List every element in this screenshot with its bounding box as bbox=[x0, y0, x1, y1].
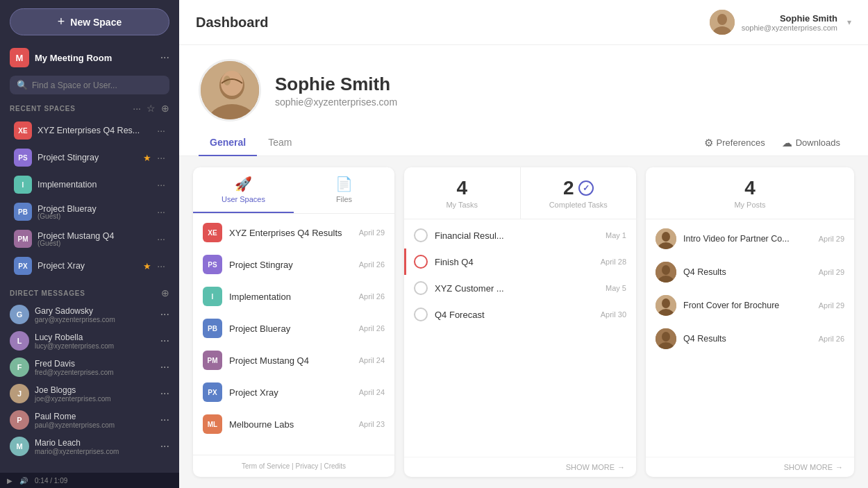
post-date-2: April 29 bbox=[819, 301, 844, 310]
spaces-list-item-3[interactable]: PB Project Blueray April 26 bbox=[193, 312, 394, 344]
sl-avatar-3: PB bbox=[203, 319, 222, 338]
dm-item-2[interactable]: F Fred Davis fred@xyzenterprises.com ··· bbox=[0, 354, 179, 380]
meeting-room-item[interactable]: M My Meeting Room ··· bbox=[0, 44, 179, 71]
space-name-xe: XYZ Enterprises Q4 Res... bbox=[37, 126, 151, 135]
dm-menu-0[interactable]: ··· bbox=[160, 308, 169, 321]
user-header-name: Sophie Smith bbox=[742, 13, 837, 24]
posts-show-more[interactable]: SHOW MORE → bbox=[646, 457, 854, 477]
post-item-2[interactable]: Front Cover for Brochure April 29 bbox=[646, 289, 854, 322]
volume-button[interactable]: 🔊 bbox=[19, 477, 28, 485]
space-menu-px[interactable]: ··· bbox=[157, 260, 165, 271]
post-info-3: Q4 Results bbox=[683, 334, 812, 344]
section-add-button[interactable]: ⊕ bbox=[161, 103, 169, 114]
user-header-text: Sophie Smith sophie@xyzenterprises.com bbox=[742, 13, 837, 32]
task-item-1[interactable]: Finish Q4 April 28 bbox=[404, 249, 636, 275]
completed-tasks-stat: 2 ✓ Completed Tasks bbox=[521, 167, 637, 219]
tab-user-spaces[interactable]: 🚀 User Spaces bbox=[193, 167, 294, 213]
sl-date-3: April 26 bbox=[359, 324, 385, 333]
task-name-0: Financial Resul... bbox=[435, 230, 599, 241]
dm-add-button[interactable]: ⊕ bbox=[161, 287, 169, 298]
downloads-label: Downloads bbox=[796, 137, 840, 148]
dm-email-1: lucy@xyzenterprises.com bbox=[35, 342, 155, 350]
spaces-list-item-0[interactable]: XE XYZ Enterprises Q4 Results April 29 bbox=[193, 217, 394, 249]
dm-menu-1[interactable]: ··· bbox=[160, 335, 169, 347]
my-posts-label: My Posts bbox=[657, 201, 843, 209]
dm-email-3: joe@xyzenterprises.com bbox=[35, 395, 155, 403]
footer-links: Term of Service | Privacy | Credits bbox=[193, 455, 394, 477]
new-space-button[interactable]: + New Space bbox=[10, 8, 169, 35]
dm-item-0[interactable]: G Gary Sadowsky gary@xyzenterprises.com … bbox=[0, 301, 179, 328]
spaces-list-item-5[interactable]: PX Project Xray April 24 bbox=[193, 376, 394, 408]
user-header-info[interactable]: Sophie Smith sophie@xyzenterprises.com ▾ bbox=[710, 10, 851, 35]
dm-avatar-2: F bbox=[10, 357, 29, 377]
sl-date-6: April 23 bbox=[359, 420, 385, 428]
post-item-1[interactable]: Q4 Results April 29 bbox=[646, 255, 854, 289]
download-icon: ☁ bbox=[782, 137, 792, 149]
section-more-button[interactable]: ··· bbox=[133, 103, 141, 114]
tasks-panel-header: 4 My Tasks 2 ✓ Completed Tasks bbox=[404, 167, 636, 219]
space-menu-xe[interactable]: ··· bbox=[157, 125, 165, 136]
sl-name-5: Project Xray bbox=[229, 387, 352, 398]
tab-team[interactable]: Team bbox=[257, 130, 303, 156]
sidebar-item-pb[interactable]: PB Project Blueray (Guest) ··· bbox=[4, 199, 175, 225]
sl-avatar-1: PS bbox=[203, 255, 222, 274]
sl-date-4: April 24 bbox=[359, 356, 385, 364]
dm-name-3: Joe Bloggs bbox=[35, 385, 155, 395]
task-item-2[interactable]: XYZ Customer ... May 5 bbox=[404, 275, 636, 301]
spaces-list-item-6[interactable]: ML Melbourne Labs April 23 bbox=[193, 408, 394, 440]
sidebar-item-ps[interactable]: PS Project Stingray ★ ··· bbox=[4, 144, 175, 171]
dm-avatar-4: P bbox=[10, 410, 29, 430]
search-input[interactable] bbox=[32, 81, 162, 90]
dm-menu-2[interactable]: ··· bbox=[160, 361, 169, 373]
tab-files[interactable]: 📄 Files bbox=[294, 167, 394, 213]
section-star-button[interactable]: ☆ bbox=[147, 103, 156, 114]
tab-general[interactable]: General bbox=[199, 130, 257, 156]
dm-menu-5[interactable]: ··· bbox=[160, 440, 169, 453]
space-menu-pb[interactable]: ··· bbox=[157, 206, 165, 217]
profile-email: sophie@xyzenterprises.com bbox=[275, 96, 397, 108]
files-tab-label: Files bbox=[336, 195, 352, 203]
sidebar-item-i[interactable]: I Implementation ··· bbox=[4, 171, 175, 198]
sidebar-dm-list: G Gary Sadowsky gary@xyzenterprises.com … bbox=[0, 301, 179, 460]
spaces-list-item-1[interactable]: PS Project Stingray April 26 bbox=[193, 249, 394, 280]
tasks-show-more[interactable]: SHOW MORE → bbox=[404, 457, 636, 477]
dm-menu-3[interactable]: ··· bbox=[160, 387, 169, 400]
post-avatar-3 bbox=[656, 328, 676, 349]
play-button[interactable]: ▶ bbox=[7, 477, 12, 485]
dm-item-4[interactable]: P Paul Rome paul@xyzenterprises.com ··· bbox=[0, 407, 179, 433]
spaces-list-item-4[interactable]: PM Project Mustang Q4 April 24 bbox=[193, 344, 394, 376]
space-menu-ps[interactable]: ··· bbox=[157, 152, 165, 163]
posts-panel-header: 4 My Posts bbox=[646, 167, 854, 219]
space-menu-i[interactable]: ··· bbox=[157, 179, 165, 190]
dm-menu-4[interactable]: ··· bbox=[160, 414, 169, 426]
task-item-0[interactable]: Financial Resul... May 1 bbox=[404, 222, 636, 249]
sl-avatar-6: ML bbox=[203, 414, 222, 434]
dm-name-4: Paul Rome bbox=[35, 412, 155, 421]
sidebar: + New Space M My Meeting Room ··· 🔍 RECE… bbox=[0, 0, 179, 488]
page-title: Dashboard bbox=[196, 15, 710, 31]
sl-name-4: Project Mustang Q4 bbox=[229, 355, 352, 366]
tasks-panel: 4 My Tasks 2 ✓ Completed Tasks Financial… bbox=[404, 167, 636, 477]
sidebar-item-px[interactable]: PX Project Xray ★ ··· bbox=[4, 253, 175, 279]
dm-item-3[interactable]: J Joe Bloggs joe@xyzenterprises.com ··· bbox=[0, 380, 179, 407]
post-item-3[interactable]: Q4 Results April 26 bbox=[646, 322, 854, 355]
dm-item-1[interactable]: L Lucy Robella lucy@xyzenterprises.com ·… bbox=[0, 328, 179, 354]
space-menu-pm[interactable]: ··· bbox=[157, 233, 165, 244]
spaces-list-item-2[interactable]: I Implementation April 26 bbox=[193, 280, 394, 312]
post-avatar-2 bbox=[656, 295, 676, 316]
post-info-1: Q4 Results bbox=[683, 267, 812, 277]
dm-item-5[interactable]: M Mario Leach mario@xyzenterprises.com ·… bbox=[0, 433, 179, 460]
space-avatar-ps: PS bbox=[14, 149, 32, 167]
dm-avatar-5: M bbox=[10, 437, 29, 456]
post-avatar-1 bbox=[656, 262, 676, 283]
post-item-0[interactable]: Intro Video for Partner Co... April 29 bbox=[646, 222, 854, 255]
sidebar-item-pm[interactable]: PM Project Mustang Q4 (Guest) ··· bbox=[4, 226, 175, 252]
downloads-button[interactable]: ☁ Downloads bbox=[774, 137, 849, 149]
sidebar-item-xe[interactable]: XE XYZ Enterprises Q4 Res... ··· bbox=[4, 117, 175, 144]
sl-name-3: Project Blueray bbox=[229, 323, 352, 334]
meeting-room-menu-button[interactable]: ··· bbox=[160, 51, 169, 64]
preferences-button[interactable]: ⚙ Preferences bbox=[696, 137, 774, 149]
sl-name-6: Melbourne Labs bbox=[229, 419, 352, 430]
task-item-3[interactable]: Q4 Forecast April 30 bbox=[404, 301, 636, 328]
search-icon: 🔍 bbox=[17, 80, 28, 90]
